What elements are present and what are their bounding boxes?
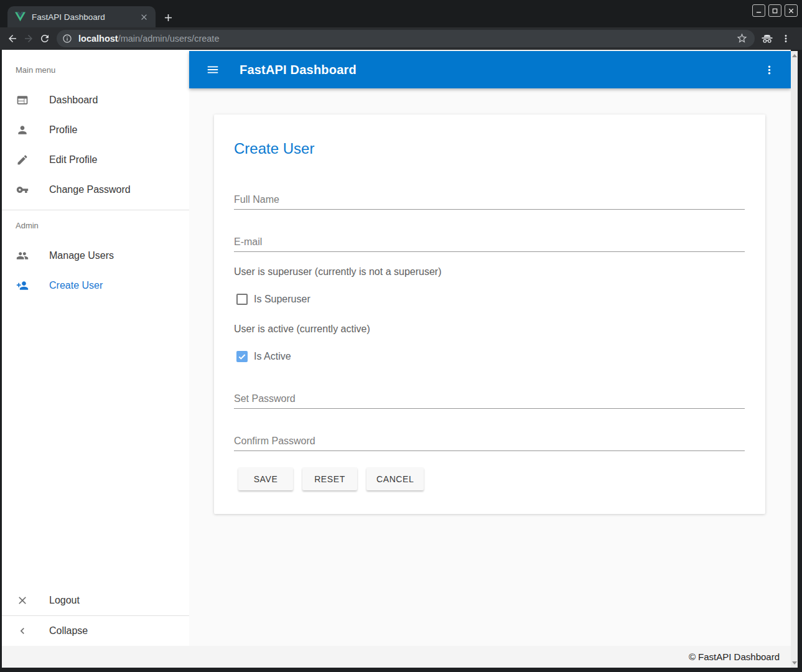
superuser-checkbox[interactable] <box>236 294 248 305</box>
sidebar-item-create-user[interactable]: Create User <box>2 271 189 301</box>
confirm-password-field[interactable]: Confirm Password <box>234 436 745 446</box>
sidebar-section-admin: Admin <box>16 220 189 231</box>
vue-logo-icon <box>15 12 26 22</box>
superuser-note: User is superuser (currently is not a su… <box>234 266 745 278</box>
sidebar-divider <box>2 210 189 210</box>
hamburger-menu-icon[interactable] <box>205 62 220 77</box>
tab-close-icon[interactable] <box>138 11 149 22</box>
active-note: User is active (currently active) <box>234 324 745 335</box>
full-name-underline <box>234 209 745 210</box>
set-password-field[interactable]: Set Password <box>234 393 745 404</box>
window-minimize-button[interactable] <box>752 4 765 17</box>
close-icon <box>16 594 29 607</box>
url-text[interactable]: localhost/main/admin/users/create <box>78 34 736 44</box>
chevron-left-icon <box>16 625 29 637</box>
tab-title: FastAPI Dashboard <box>32 12 138 22</box>
cancel-button[interactable]: CANCEL <box>366 467 424 490</box>
browser-titlebar: FastAPI Dashboard <box>0 0 802 27</box>
email-field[interactable]: E-mail <box>234 236 745 247</box>
sidebar-section-main-menu: Main menu <box>16 65 189 76</box>
web-icon <box>16 94 29 106</box>
sidebar-item-edit-profile[interactable]: Edit Profile <box>2 145 189 175</box>
create-user-card: Create User Full Name E-mail User is sup… <box>214 114 765 514</box>
sidebar-item-profile[interactable]: Profile <box>2 115 189 145</box>
key-icon <box>16 184 29 196</box>
page-scrollbar[interactable] <box>791 51 798 668</box>
window-close-button[interactable] <box>785 4 798 17</box>
person-icon <box>16 124 29 136</box>
appbar-more-icon[interactable] <box>762 62 776 77</box>
bookmark-star-icon[interactable] <box>736 32 748 45</box>
person-add-icon <box>16 279 29 292</box>
incognito-icon <box>760 31 775 46</box>
confirm-password-underline <box>234 450 745 451</box>
content: Create User Full Name E-mail User is sup… <box>189 88 791 646</box>
browser-menu-icon[interactable] <box>779 32 793 45</box>
sidebar-item-manage-users[interactable]: Manage Users <box>2 241 189 271</box>
browser-toolbar: localhost/main/admin/users/create <box>0 27 802 50</box>
forward-icon[interactable] <box>22 32 35 45</box>
active-checkbox-row[interactable]: Is Active <box>234 351 745 362</box>
sidebar-item-change-password[interactable]: Change Password <box>2 175 189 205</box>
save-button[interactable]: SAVE <box>238 467 293 490</box>
pencil-icon <box>16 154 29 166</box>
footer: © FastAPI Dashboard <box>2 646 791 668</box>
new-tab-button[interactable] <box>161 10 175 25</box>
scrollbar-down-arrow[interactable] <box>792 661 797 665</box>
scrollbar-up-arrow[interactable] <box>792 54 797 57</box>
footer-text: © FastAPI Dashboard <box>689 651 780 662</box>
window-controls <box>752 4 798 17</box>
window-maximize-button[interactable] <box>768 4 781 17</box>
appbar-title: FastAPI Dashboard <box>240 63 357 77</box>
main-area: FastAPI Dashboard Create User Full Name … <box>189 50 791 646</box>
email-underline <box>234 251 745 252</box>
sidebar-item-dashboard[interactable]: Dashboard <box>2 85 189 115</box>
sidebar-item-logout[interactable]: Logout <box>2 586 189 615</box>
superuser-checkbox-row[interactable]: Is Superuser <box>234 294 745 305</box>
reset-button[interactable]: RESET <box>302 467 357 490</box>
page-info-icon[interactable] <box>62 34 73 44</box>
reload-icon[interactable] <box>38 32 52 45</box>
set-password-underline <box>234 408 745 409</box>
people-icon <box>16 250 29 262</box>
sidebar-item-collapse[interactable]: Collapse <box>2 616 189 646</box>
back-icon[interactable] <box>6 32 19 45</box>
appbar: FastAPI Dashboard <box>189 51 791 88</box>
address-bar[interactable]: localhost/main/admin/users/create <box>57 30 755 47</box>
browser-tab[interactable]: FastAPI Dashboard <box>7 6 156 27</box>
full-name-field[interactable]: Full Name <box>234 194 745 205</box>
active-checkbox[interactable] <box>236 351 248 362</box>
page-title: Create User <box>234 114 745 158</box>
sidebar: Main menu Dashboard Profile Edit Profile… <box>2 50 189 646</box>
